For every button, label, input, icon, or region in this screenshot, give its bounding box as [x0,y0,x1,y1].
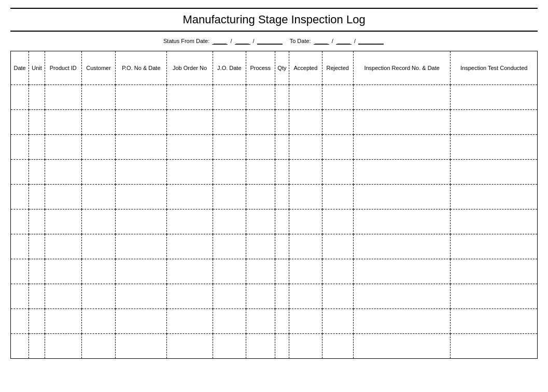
table-cell [116,234,167,259]
table-cell [81,284,116,309]
table-cell [11,309,29,334]
table-cell [289,85,322,110]
table-cell [29,209,45,234]
table-cell [29,234,45,259]
table-cell [451,259,538,284]
table-cell [353,135,451,160]
table-cell [451,284,538,309]
table-cell [451,110,538,135]
page: Manufacturing Stage Inspection Log Statu… [0,0,548,392]
status-from-label: Status From Date: [163,38,209,44]
table-cell [289,110,322,135]
table-cell [275,85,289,110]
status-to-month: ____ [336,38,352,45]
table-cell [81,309,116,334]
table-cell [451,234,538,259]
table-cell [246,209,275,234]
table-cell [116,209,167,234]
table-cell [116,85,167,110]
table-cell [213,309,246,334]
table-cell [29,185,45,209]
table-cell [322,284,353,309]
table-cell [322,234,353,259]
col-date: Date [11,51,29,85]
table-cell [246,259,275,284]
status-from-month: ____ [235,38,250,45]
col-inspection-test: Inspection Test Conducted [451,51,538,85]
table-cell [353,334,451,359]
table-cell [353,160,451,185]
table-cell [45,284,81,309]
table-cell [167,259,213,284]
table-cell [213,334,246,359]
table-cell [11,110,29,135]
table-cell [275,234,289,259]
table-row [11,334,538,359]
table-cell [167,185,213,209]
col-customer: Customer [81,51,116,85]
table-cell [246,110,275,135]
table-cell [11,259,29,284]
table-cell [29,284,45,309]
table-cell [213,85,246,110]
col-job-order-no: Job Order No [167,51,213,85]
table-cell [81,259,116,284]
table-cell [213,110,246,135]
table-cell [45,85,81,110]
table-cell [213,135,246,160]
table-cell [246,284,275,309]
table-row [11,185,538,209]
table-cell [246,160,275,185]
table-cell [213,259,246,284]
table-cell [246,234,275,259]
table-cell [29,85,45,110]
table-cell [81,234,116,259]
table-cell [353,259,451,284]
status-bar: Status From Date: ____ / ____ / ________… [10,36,538,47]
table-cell [45,160,81,185]
table-cell [451,309,538,334]
table-cell [29,334,45,359]
col-po-no-date: P.O. No & Date [116,51,167,85]
col-unit: Unit [29,51,45,85]
table-row [11,259,538,284]
table-row [11,160,538,185]
table-cell [353,209,451,234]
table-cell [322,209,353,234]
table-cell [81,334,116,359]
table-cell [11,85,29,110]
table-cell [322,334,353,359]
table-cell [246,135,275,160]
table-row [11,234,538,259]
table-cell [451,85,538,110]
table-cell [353,309,451,334]
table-row [11,135,538,160]
table-cell [116,185,167,209]
table-row [11,309,538,334]
table-cell [353,284,451,309]
table-cell [275,135,289,160]
table-cell [167,135,213,160]
table-cell [451,334,538,359]
table-cell [322,110,353,135]
table-cell [289,309,322,334]
table-cell [167,85,213,110]
table-cell [116,160,167,185]
table-cell [116,309,167,334]
table-cell [353,110,451,135]
table-cell [45,135,81,160]
log-table: Date Unit Product ID Customer P.O. No & … [10,51,538,359]
table-cell [167,234,213,259]
table-row [11,85,538,110]
status-to-year: ________ [358,38,384,45]
table-cell [11,160,29,185]
table-cell [167,209,213,234]
status-to-label: To Date: [290,38,311,44]
table-cell [213,160,246,185]
table-cell [451,160,538,185]
table-cell [289,284,322,309]
table-cell [322,309,353,334]
table-cell [11,334,29,359]
table-cell [353,85,451,110]
table-cell [167,334,213,359]
